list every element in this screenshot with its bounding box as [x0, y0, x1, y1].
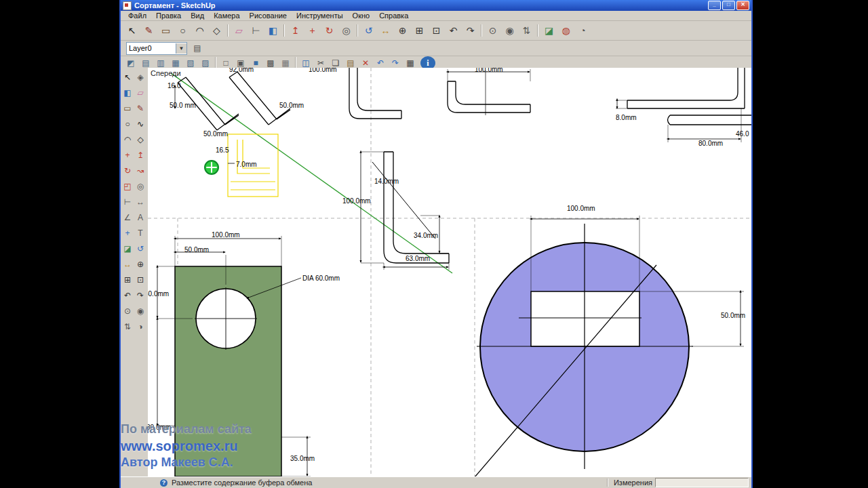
offset-tool-icon[interactable]: ◎ — [134, 178, 147, 194]
walk-tool-icon[interactable]: ⇅ — [121, 319, 134, 334]
tape-measure-tool-icon[interactable]: ⊢ — [248, 22, 264, 39]
push-pull-tool-icon[interactable]: ↥ — [287, 22, 304, 39]
layers-toolbar: Layer0 ▼ ▤ — [121, 41, 751, 56]
measurements-input[interactable] — [655, 478, 749, 487]
move-tool-icon[interactable]: + — [304, 22, 321, 39]
protractor-tool-icon[interactable]: ∠ — [121, 209, 134, 225]
eraser-tool-icon[interactable]: ▱ — [134, 85, 147, 100]
sketchup-window: Сортамент - SketchUp _ □ ✕ ФайлПравкаВид… — [119, 0, 753, 488]
menu-item[interactable]: Справка — [374, 12, 413, 20]
status-separator — [607, 479, 608, 487]
close-button[interactable]: ✕ — [736, 1, 749, 10]
next-view-icon[interactable]: ↷ — [134, 287, 147, 303]
view-name-label: Спереди — [151, 69, 181, 77]
minimize-button[interactable]: _ — [708, 1, 721, 10]
zoom-window-tool-icon[interactable]: ⊞ — [411, 22, 428, 39]
axes-tool-icon[interactable]: + — [121, 225, 134, 241]
zoom-extents-tool-icon[interactable]: ⊡ — [134, 272, 147, 287]
disc-notch — [531, 291, 639, 346]
paint-bucket-tool-icon[interactable]: ◧ — [264, 22, 281, 39]
make-component-icon[interactable]: ◈ — [134, 69, 147, 85]
pan-tool-icon[interactable]: ↔ — [121, 256, 134, 272]
drawing-canvas[interactable]: Спереди 16.050.0 mm92.0mm100.0mm50.0mm50… — [148, 68, 751, 477]
3d-text-tool-icon[interactable]: T — [134, 225, 147, 241]
layer-select-value: Layer0 — [127, 44, 176, 52]
position-camera-tool-icon[interactable]: ⊙ — [121, 303, 134, 319]
chevron-down-icon[interactable]: ▼ — [176, 43, 186, 54]
offset-tool-icon[interactable]: ◎ — [338, 22, 355, 39]
app-icon — [123, 1, 132, 10]
menu-item[interactable]: Файл — [123, 12, 151, 20]
select-tool-icon[interactable]: ↖ — [123, 22, 140, 39]
next-view-icon[interactable]: ↷ — [462, 22, 479, 39]
look-around-tool-icon[interactable]: ◉ — [134, 303, 147, 319]
polygon-tool-icon[interactable]: ◇ — [134, 131, 147, 147]
angle-profile-d[interactable] — [372, 152, 449, 263]
previous-view-icon[interactable]: ↶ — [121, 287, 134, 303]
line-tool-icon[interactable]: ✎ — [140, 22, 157, 39]
shadows-toggle-icon[interactable]: ◑ — [134, 319, 147, 334]
help-icon[interactable]: ? — [160, 479, 167, 487]
toolbar-separator — [283, 24, 285, 37]
position-camera-tool-icon[interactable]: ⊙ — [484, 22, 501, 39]
zoom-window-tool-icon[interactable]: ⊞ — [121, 272, 134, 287]
pan-tool-icon[interactable]: ↔ — [377, 22, 394, 39]
menu-item[interactable]: Инструменты — [292, 12, 348, 20]
get-models-icon[interactable]: ◍ — [557, 22, 574, 39]
layer-manager-icon[interactable]: ▤ — [190, 41, 205, 55]
line-tool-icon[interactable]: ✎ — [134, 100, 147, 116]
angle-profile-b[interactable] — [448, 70, 530, 115]
maximize-button[interactable]: □ — [722, 1, 735, 10]
walk-tool-icon[interactable]: ⇅ — [518, 22, 535, 39]
orbit-tool-icon[interactable]: ↺ — [360, 22, 377, 39]
push-pull-tool-icon[interactable]: ↥ — [134, 147, 147, 163]
tilted-angle-sketches[interactable] — [178, 72, 290, 130]
toolbar-separator — [357, 24, 358, 37]
green-plate[interactable] — [175, 266, 301, 476]
zoom-extents-tool-icon[interactable]: ⊡ — [428, 22, 445, 39]
circle-tool-icon[interactable]: ○ — [174, 22, 191, 39]
follow-me-tool-icon[interactable]: ↝ — [134, 163, 147, 178]
angle-profile-c[interactable] — [627, 68, 751, 125]
menu-item[interactable]: Камера — [209, 12, 244, 20]
arc-tool-icon[interactable]: ◠ — [121, 131, 134, 147]
menu-item[interactable]: Рисование — [245, 12, 292, 20]
menu-item[interactable]: Окно — [348, 12, 375, 20]
rotate-tool-icon[interactable]: ↻ — [121, 163, 134, 178]
section-plane-tool-icon[interactable]: ◪ — [540, 22, 557, 39]
move-cursor-icon — [205, 161, 218, 174]
screen: Сортамент - SketchUp _ □ ✕ ФайлПравкаВид… — [0, 0, 868, 488]
polygon-tool-icon[interactable]: ◇ — [208, 22, 225, 39]
blue-disc[interactable] — [475, 224, 693, 477]
menu-item[interactable]: Вид — [186, 12, 209, 20]
section-plane-tool-icon[interactable]: ◪ — [121, 241, 134, 256]
zoom-tool-icon[interactable]: ⊕ — [394, 22, 411, 39]
text-tool-icon[interactable]: A — [134, 209, 147, 225]
toolbar-separator — [481, 24, 482, 37]
dimension-tool-icon[interactable]: ↔ — [134, 194, 147, 209]
angle-profile-a[interactable] — [349, 68, 401, 119]
main-toolbar: ↖✎▭○◠◇▱⊢◧↥+↻◎↺↔⊕⊞⊡↶↷⊙◉⇅◪◍◔ — [121, 21, 751, 41]
layer-select[interactable]: Layer0 ▼ — [126, 42, 187, 55]
look-around-tool-icon[interactable]: ◉ — [501, 22, 518, 39]
paint-bucket-tool-icon[interactable]: ◧ — [121, 85, 134, 100]
menu-item[interactable]: Правка — [151, 12, 186, 20]
move-tool-icon[interactable]: + — [121, 147, 134, 163]
previous-view-icon[interactable]: ↶ — [445, 22, 462, 39]
window-title: Сортамент - SketchUp — [134, 1, 707, 9]
tape-measure-tool-icon[interactable]: ⊢ — [121, 194, 134, 209]
rectangle-tool-icon[interactable]: ▭ — [157, 22, 174, 39]
rectangle-tool-icon[interactable]: ▭ — [121, 100, 134, 116]
circle-tool-icon[interactable]: ○ — [121, 116, 134, 131]
styles-icon[interactable]: ◔ — [574, 22, 591, 39]
zoom-tool-icon[interactable]: ⊕ — [134, 256, 147, 272]
scale-tool-icon[interactable]: ◰ — [121, 178, 134, 194]
eraser-tool-icon[interactable]: ▱ — [231, 22, 248, 39]
rotate-tool-icon[interactable]: ↻ — [321, 22, 338, 39]
orbit-tool-icon[interactable]: ↺ — [134, 241, 147, 256]
title-bar[interactable]: Сортамент - SketchUp _ □ ✕ — [121, 0, 751, 11]
status-hint: Разместите содержание буфера обмена — [172, 479, 604, 487]
arc-tool-icon[interactable]: ◠ — [191, 22, 208, 39]
select-tool-icon[interactable]: ↖ — [121, 69, 134, 85]
freehand-tool-icon[interactable]: ∿ — [134, 116, 147, 131]
